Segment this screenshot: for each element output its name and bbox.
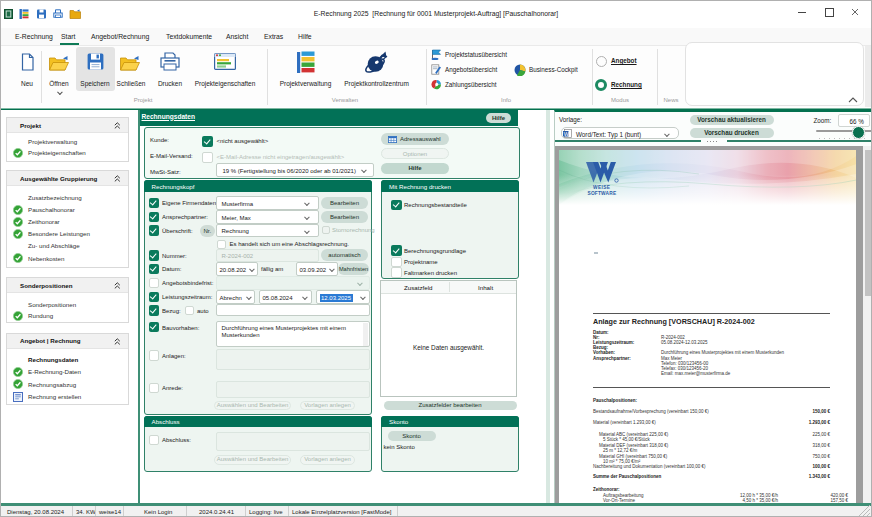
svg-text:W: W [563,130,569,136]
svg-text:SOFTWARE: SOFTWARE [588,191,617,196]
svg-text:WEISE: WEISE [593,185,611,190]
